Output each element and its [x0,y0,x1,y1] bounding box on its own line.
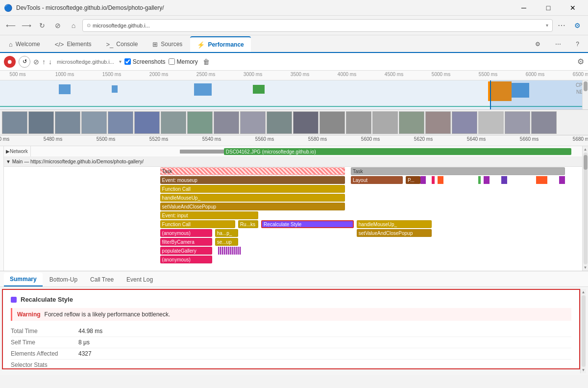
screenshot-18[interactable] [452,111,477,134]
summary-scrollbar[interactable]: ▲ ▼ [580,289,586,373]
flame-row-populate: populateGallery [4,246,582,255]
screenshot-4[interactable] [81,111,107,134]
overview-scrollbar[interactable] [582,80,588,109]
upload-button[interactable]: ↑ [42,58,46,66]
screenshot-9[interactable] [214,111,239,134]
devtools-toggle[interactable]: ⚙ [570,19,584,32]
runs-block[interactable]: Ru...ks [238,220,258,228]
timeline-overview[interactable]: CPU NET [0,80,588,110]
url-bar[interactable]: ⊙ microsoftedge.github.i... ▾ [82,19,553,32]
tab-settings-gear[interactable]: ⚙ [528,36,547,52]
delete-profile-button[interactable]: 🗑 [203,58,210,66]
ruler-2000: 2000 ms [149,72,168,77]
small-block-1 [420,176,426,184]
url-dropdown[interactable]: ▾ [119,59,122,64]
ruler-500: 500 ms [10,72,26,77]
tab-sources[interactable]: ⊞ Sources [146,36,189,52]
screenshot-8[interactable] [187,111,213,134]
tab-welcome[interactable]: ⌂ Welcome [2,36,47,52]
stop-button[interactable]: ⊘ [51,19,65,32]
screenshot-5[interactable] [108,111,133,134]
screenshot-6[interactable] [134,111,160,134]
memory-checkbox[interactable] [169,58,175,65]
handle-mouseup-block[interactable]: handleMouseUp_ [160,194,345,202]
event-mouseup-block[interactable]: Event: mouseup [160,176,345,184]
minimize-button[interactable]: ─ [513,0,535,16]
sum-scroll-up[interactable]: ▲ [582,290,586,294]
populate-mini-bars [218,247,241,255]
reload-record-button[interactable]: ↺ [19,56,30,68]
tab-elements[interactable]: </> Elements [48,36,98,52]
screenshot-7[interactable] [161,111,186,134]
se-up-block[interactable]: se...up [215,238,238,246]
tab-call-tree[interactable]: Call Tree [84,273,120,286]
record-button[interactable]: ⏺ [4,56,16,68]
screenshots-checkbox[interactable] [124,58,131,65]
set-value-close-block[interactable]: setValueAndClosePopup [357,229,432,237]
layout-block[interactable]: Layout [351,176,403,184]
overview-selection[interactable] [490,80,588,109]
screenshot-3[interactable] [55,111,80,134]
func-call-block-2[interactable]: Function Call [160,220,235,228]
p-block[interactable]: P... [406,176,420,184]
selector-stats-row: Selector Stats [11,360,571,369]
function-call-block[interactable]: Function Call [160,185,345,193]
screenshot-11[interactable] [267,111,292,134]
recalculate-style-block[interactable]: Recalculate Style [261,220,354,228]
ruler-6500: 6500 ms [573,72,588,77]
filter-by-camera-block[interactable]: filterByCamera [160,238,212,246]
task-block-2[interactable]: Task [351,167,565,175]
ha-p-block[interactable]: ha...p_ [215,229,238,237]
more-options-button[interactable]: ⋯ [555,19,568,32]
download-button[interactable]: ↓ [49,58,52,66]
clear-button[interactable]: ⊘ [33,58,39,66]
tab-bottom-up[interactable]: Bottom-Up [44,273,83,286]
timeline-right-scrollbar[interactable]: ▲ ▼ [582,146,588,271]
elements-value: 4327 [78,350,92,357]
refresh-button[interactable]: ↻ [35,19,49,32]
tab-console[interactable]: >_ Console [99,36,145,52]
screenshot-19[interactable] [478,111,504,134]
settings-button[interactable]: ⚙ [577,57,584,66]
screenshot-17[interactable] [425,111,451,134]
tab-performance[interactable]: ⚡ Performance [190,36,250,52]
ruler-4000: 4000 ms [338,72,356,77]
screenshot-16[interactable] [399,111,424,134]
task-block-1[interactable]: Task [160,167,345,175]
screenshot-20[interactable] [505,111,530,134]
network-bar-label: DSC04162.JPG (microsoftedge.github.io) [226,149,316,155]
populate-gallery-block[interactable]: populateGallery [160,247,212,255]
tab-more[interactable]: ⋯ [548,36,568,52]
handle-mouseup-block-2[interactable]: handleMouseUp_ [357,220,432,228]
forward-button[interactable]: ⟶ [20,19,33,32]
network-bars: DSC04162.JPG (microsoftedge.github.io) [31,146,582,156]
tab-summary[interactable]: Summary [4,273,43,286]
screenshot-12[interactable] [293,111,318,134]
tab-event-log[interactable]: Event Log [121,273,159,286]
back-button[interactable]: ⟵ [4,19,18,32]
scroll-down-btn[interactable]: ▼ [584,265,588,270]
anonymous-block-2[interactable]: (anonymous) [160,256,212,263]
screenshot-13[interactable] [319,111,345,134]
screenshot-10[interactable] [240,111,266,134]
screenshot-15[interactable] [372,111,398,134]
screenshot-1[interactable] [2,111,27,134]
tab-help[interactable]: ? [569,36,586,52]
screenshot-14[interactable] [346,111,371,134]
sum-scroll-down[interactable]: ▼ [582,368,586,372]
screenshots-strip [0,110,588,135]
anonymous-block[interactable]: (anonymous) [160,229,212,237]
titlebar: 🔵 DevTools - microsoftedge.github.io/Dem… [0,0,588,16]
event-input-block[interactable]: Event: input [160,211,259,219]
perf-url: microsoftedge.github.i... [57,59,114,65]
home-button[interactable]: ⌂ [67,19,80,32]
memory-checkbox-label[interactable]: Memory [169,58,198,65]
screenshots-checkbox-label[interactable]: Screenshots [124,58,166,65]
maximize-button[interactable]: □ [537,0,560,16]
set-value-block[interactable]: setValueAndClosePopup [160,203,345,210]
scroll-up-btn[interactable]: ▲ [584,147,588,152]
screenshot-2[interactable] [28,111,54,134]
screenshot-21[interactable] [531,111,557,134]
zoom-ruler: 5460 ms 5480 ms 5500 ms 5520 ms 5540 ms … [0,135,588,146]
close-button[interactable]: ✕ [562,0,584,16]
